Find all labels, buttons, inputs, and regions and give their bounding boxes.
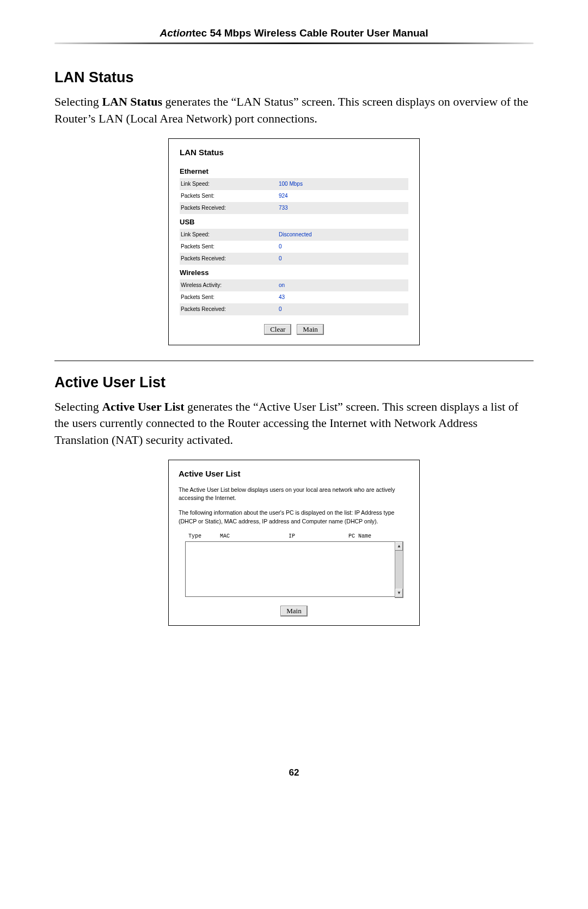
stat-label: Packets Received:	[180, 205, 279, 211]
stat-value: 0	[279, 306, 282, 312]
t: (Local Area Network) port connections.	[123, 112, 317, 125]
lan-status-heading: LAN Status	[54, 69, 534, 86]
group-usb: USB	[180, 215, 408, 229]
stat-label: Packets Sent:	[180, 243, 279, 249]
scroll-down-icon[interactable]: ▼	[395, 589, 403, 597]
stat-label: Link Speed:	[180, 231, 279, 237]
main-button[interactable]: Main	[280, 606, 307, 617]
stat-row: Link Speed:Disconnected	[180, 229, 408, 241]
t: Selecting	[54, 400, 102, 413]
group-ethernet: Ethernet	[180, 164, 408, 178]
stat-row: Link Speed:100 Mbps	[180, 178, 408, 190]
t-bold: Active User List	[102, 400, 184, 413]
group-wireless: Wireless	[180, 266, 408, 279]
aul-desc-1: The Active User List below displays user…	[179, 486, 409, 502]
stat-row: Packets Sent:0	[180, 241, 408, 253]
stat-label: Packets Sent:	[180, 193, 279, 199]
t-sc: LAN	[236, 95, 261, 108]
lan-status-panel: LAN Status Ethernet Link Speed:100 Mbps …	[168, 138, 420, 345]
stat-row: Packets Received:733	[180, 202, 408, 214]
stat-label: Packets Sent:	[180, 294, 279, 300]
stat-value: 0	[279, 243, 282, 249]
brand-italic: Action	[160, 27, 192, 39]
stat-row: Packets Received:0	[180, 303, 408, 315]
stat-label: Packets Received:	[180, 306, 279, 312]
t: generates the “	[162, 95, 236, 108]
header-rule	[54, 42, 534, 44]
stat-label: Packets Received:	[180, 255, 279, 261]
stat-row: Wireless Activity:on	[180, 279, 408, 291]
col-ip: IP	[289, 533, 348, 539]
button-row: Main	[179, 606, 409, 617]
t: Selecting	[54, 95, 102, 108]
col-pcname: PC Name	[348, 533, 409, 539]
stat-value: on	[279, 282, 285, 288]
col-mac: MAC	[220, 533, 289, 539]
stat-value: 924	[279, 193, 288, 199]
active-user-list-panel: Active User List The Active User List be…	[168, 460, 420, 626]
user-listbox[interactable]: ▲ ▼	[185, 541, 395, 597]
table-header: Type MAC IP PC Name	[179, 532, 409, 541]
lan-status-paragraph: Selecting LAN Status generates the “LAN …	[54, 94, 534, 127]
stat-value: 43	[279, 294, 285, 300]
stat-value: Disconnected	[279, 231, 312, 237]
panel-title: Active User List	[179, 469, 409, 478]
stat-row: Packets Received:0	[180, 253, 408, 265]
col-type: Type	[188, 533, 220, 539]
t-sc: NAT	[115, 433, 139, 447]
aul-heading: Active User List	[54, 374, 534, 391]
doc-header: Actiontec 54 Mbps Wireless Cable Router …	[54, 27, 534, 39]
stat-value: 733	[279, 205, 288, 211]
t-sc: LAN	[99, 112, 123, 125]
section-divider	[54, 361, 534, 361]
stat-row: Packets Sent:924	[180, 190, 408, 202]
stat-label: Link Speed:	[180, 181, 279, 187]
t: ) security activated.	[139, 433, 233, 447]
stat-label: Wireless Activity:	[180, 282, 279, 288]
scroll-up-icon[interactable]: ▲	[395, 542, 403, 551]
brand-rest: tec 54 Mbps Wireless Cable Router User M…	[192, 27, 428, 39]
stat-value: 0	[279, 255, 282, 261]
panel-title: LAN Status	[180, 148, 408, 157]
t-bold: LAN Status	[102, 95, 162, 108]
clear-button[interactable]: Clear	[264, 324, 291, 335]
main-button[interactable]: Main	[297, 324, 323, 335]
stat-row: Packets Sent:43	[180, 291, 408, 303]
scrollbar[interactable]: ▲ ▼	[395, 541, 403, 598]
aul-paragraph: Selecting Active User List generates the…	[54, 399, 534, 449]
page-number: 62	[54, 767, 534, 778]
stat-value: 100 Mbps	[279, 181, 303, 187]
aul-desc-2: The following information about the user…	[179, 509, 409, 525]
button-row: Clear Main	[180, 324, 408, 335]
